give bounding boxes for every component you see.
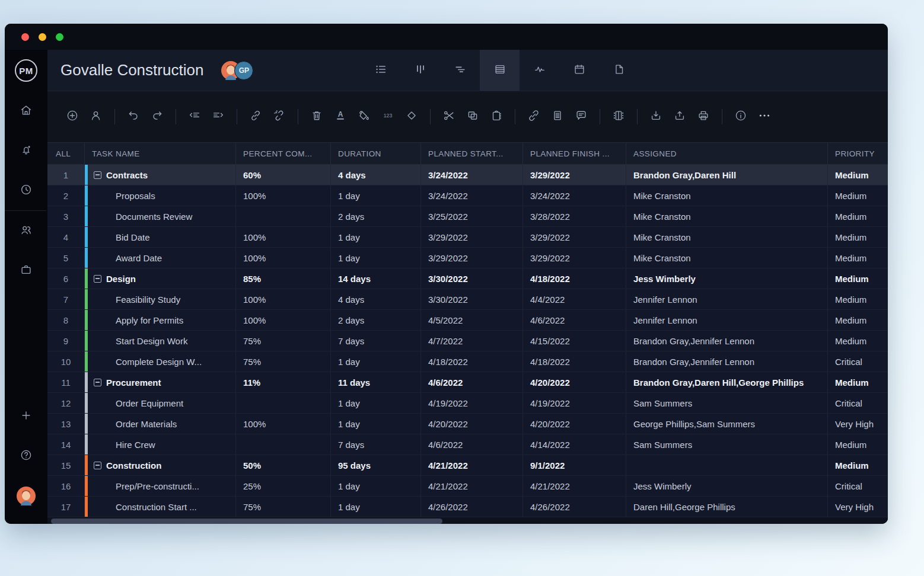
tab-gantt-view[interactable] [440, 50, 480, 91]
duration-cell[interactable]: 7 days [331, 331, 421, 351]
notes-button[interactable] [546, 105, 569, 129]
undo-button[interactable] [122, 105, 145, 129]
priority-cell[interactable]: Medium [828, 227, 888, 247]
planned-start-cell[interactable]: 3/29/2022 [421, 227, 523, 247]
priority-cell[interactable]: Medium [828, 289, 888, 309]
info-button[interactable] [729, 105, 753, 129]
task-row[interactable]: 1Contracts60%4 days3/24/20223/29/2022Bra… [47, 165, 888, 185]
add-button[interactable] [5, 396, 47, 436]
assigned-cell[interactable]: Daren Hill,George Phillips [626, 497, 828, 517]
horizontal-scrollbar[interactable] [47, 517, 888, 524]
task-row[interactable]: 9Start Design Work75%7 days4/7/20224/15/… [47, 331, 888, 351]
duration-cell[interactable]: 1 day [331, 185, 421, 206]
percent-complete-cell[interactable]: 100% [236, 185, 331, 206]
milestone-button[interactable] [400, 105, 423, 129]
user-avatar[interactable] [5, 476, 47, 516]
task-name-cell[interactable]: Award Date [85, 248, 236, 268]
percent-complete-cell[interactable]: 100% [236, 310, 331, 330]
task-row[interactable]: 8Apply for Permits100%2 days4/5/20224/6/… [47, 310, 888, 331]
priority-cell[interactable]: Medium [828, 455, 888, 475]
column-header-duration[interactable]: DURATION [331, 143, 421, 164]
task-name-cell[interactable]: Bid Date [85, 227, 236, 247]
font-color-button[interactable]: A [329, 105, 352, 129]
task-row[interactable]: 6Design85%14 days3/30/20224/18/2022Jess … [47, 268, 888, 289]
task-row[interactable]: 7Feasibility Study100%4 days3/30/20224/4… [47, 289, 888, 310]
outdent-button[interactable] [183, 105, 206, 129]
planned-finish-cell[interactable]: 4/20/2022 [523, 372, 626, 392]
minimize-window-button[interactable] [39, 33, 46, 41]
print-button[interactable] [692, 105, 715, 129]
priority-cell[interactable]: Medium [828, 331, 888, 351]
indent-button[interactable] [206, 105, 230, 129]
duration-cell[interactable]: 1 day [331, 351, 421, 372]
column-header-priority[interactable]: PRIORITY [828, 143, 888, 164]
tab-sheet-view[interactable] [480, 50, 520, 91]
task-row[interactable]: 17Construction Start ...75%1 day4/26/202… [47, 497, 888, 517]
priority-cell[interactable]: Medium [828, 206, 888, 226]
export-button[interactable] [668, 105, 692, 129]
attachment-button[interactable] [522, 105, 546, 129]
planned-finish-cell[interactable]: 3/24/2022 [523, 185, 626, 206]
planned-finish-cell[interactable]: 4/14/2022 [523, 434, 626, 455]
task-row[interactable]: 12Order Equipment1 day4/19/20224/19/2022… [47, 393, 888, 414]
planned-finish-cell[interactable]: 4/6/2022 [523, 310, 626, 330]
task-row[interactable]: 11Procurement11%11 days4/6/20224/20/2022… [47, 372, 888, 393]
duration-cell[interactable]: 1 day [331, 393, 421, 413]
planned-finish-cell[interactable]: 4/15/2022 [523, 331, 626, 351]
paste-button[interactable] [485, 105, 508, 129]
assigned-cell[interactable]: Mike Cranston [626, 206, 828, 226]
task-name-cell[interactable]: Start Design Work [85, 331, 236, 351]
planned-start-cell[interactable]: 4/21/2022 [421, 455, 523, 475]
priority-cell[interactable]: Medium [828, 434, 888, 455]
task-name-cell[interactable]: Order Materials [85, 414, 236, 434]
copy-button[interactable] [461, 105, 485, 129]
planned-finish-cell[interactable]: 4/4/2022 [523, 289, 626, 309]
priority-cell[interactable]: Critical [828, 393, 888, 413]
task-row[interactable]: 10Complete Design W...75%1 day4/18/20224… [47, 351, 888, 372]
assigned-cell[interactable]: Sam Summers [626, 434, 828, 455]
task-row[interactable]: 4Bid Date100%1 day3/29/20223/29/2022Mike… [47, 227, 888, 248]
sidebar-item-team[interactable] [5, 211, 47, 251]
planned-start-cell[interactable]: 3/25/2022 [421, 206, 523, 226]
task-name-cell[interactable]: Feasibility Study [85, 289, 236, 309]
task-name-cell[interactable]: Prep/Pre-constructi... [85, 476, 236, 496]
assigned-cell[interactable]: Brandon Gray,Daren Hill,George Phillips [626, 372, 828, 392]
task-name-cell[interactable]: Documents Review [85, 206, 236, 226]
duration-cell[interactable]: 7 days [331, 434, 421, 455]
collapse-icon[interactable] [94, 171, 101, 179]
assigned-cell[interactable]: Mike Cranston [626, 248, 828, 268]
percent-complete-cell[interactable] [236, 434, 331, 455]
unlink-button[interactable] [267, 105, 291, 129]
column-header-task-name[interactable]: TASK NAME [85, 143, 236, 164]
planned-start-cell[interactable]: 4/5/2022 [421, 310, 523, 330]
add-user-button[interactable] [84, 105, 108, 129]
percent-complete-cell[interactable]: 100% [236, 248, 331, 268]
task-row[interactable]: 14Hire Crew7 days4/6/20224/14/2022Sam Su… [47, 434, 888, 455]
collapse-icon[interactable] [94, 379, 101, 386]
duration-cell[interactable]: 2 days [331, 310, 421, 330]
planned-finish-cell[interactable]: 4/20/2022 [523, 414, 626, 434]
percent-complete-cell[interactable]: 60% [236, 165, 331, 185]
duration-cell[interactable]: 4 days [331, 165, 421, 185]
fill-color-button[interactable] [352, 105, 376, 129]
project-members[interactable]: GP [221, 61, 253, 80]
percent-complete-cell[interactable]: 100% [236, 414, 331, 434]
planned-start-cell[interactable]: 4/21/2022 [421, 476, 523, 496]
assigned-cell[interactable]: Jennifer Lennon [626, 289, 828, 309]
assigned-cell[interactable]: Sam Summers [626, 393, 828, 413]
tab-board-view[interactable] [400, 50, 440, 91]
link-button[interactable] [244, 105, 267, 129]
collapse-icon[interactable] [94, 275, 101, 283]
priority-cell[interactable]: Critical [828, 351, 888, 372]
duration-cell[interactable]: 1 day [331, 476, 421, 496]
duration-cell[interactable]: 1 day [331, 248, 421, 268]
planned-finish-cell[interactable]: 4/19/2022 [523, 393, 626, 413]
planned-finish-cell[interactable]: 3/28/2022 [523, 206, 626, 226]
task-row[interactable]: 13Order Materials100%1 day4/20/20224/20/… [47, 414, 888, 434]
task-name-cell[interactable]: Contracts [85, 165, 236, 185]
percent-complete-cell[interactable] [236, 393, 331, 413]
duration-cell[interactable]: 11 days [331, 372, 421, 392]
assigned-cell[interactable]: George Phillips,Sam Summers [626, 414, 828, 434]
planned-start-cell[interactable]: 3/24/2022 [421, 165, 523, 185]
task-name-cell[interactable]: Construction [85, 455, 236, 475]
